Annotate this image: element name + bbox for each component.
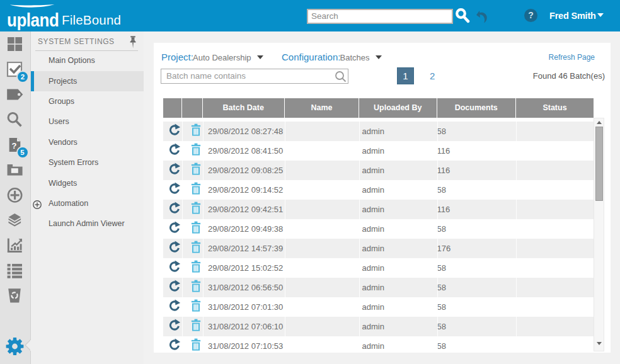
svg-text:?: ? — [12, 140, 17, 150]
